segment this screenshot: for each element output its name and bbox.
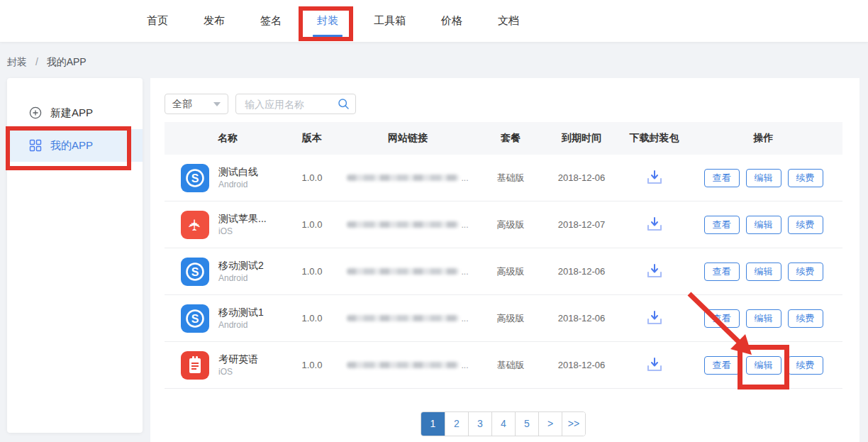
header-actions: 操作 [684,132,842,145]
renew-button[interactable]: 续费 [788,263,823,281]
link-ellipsis: ... [461,360,468,370]
app-platform: Android [218,320,264,330]
page-button-2[interactable]: 2 [445,412,468,436]
search-icon[interactable] [338,98,350,110]
nav-item-home[interactable]: 首页 [147,14,168,28]
app-name: 移动测试2 [218,260,264,272]
main-panel: 全部 名称 版本 网站链接 套餐 到期时间 下载封装包 操作 [150,78,859,442]
edit-button[interactable]: 编辑 [746,263,781,281]
nav-item-docs[interactable]: 文档 [498,14,519,28]
table-row: S ✈ 测试白线 Android 1.0.0 [165,155,842,201]
category-dropdown[interactable]: 全部 [165,94,228,114]
notepad-icon [181,351,209,380]
nav-item-publish[interactable]: 发布 [204,14,225,28]
table-row: S ✈ 移动测试1 Android 1.0.0 [165,295,842,342]
nav-item-sign[interactable]: 签名 [260,14,282,28]
app-name: 测试苹果... [218,213,267,225]
view-button[interactable]: 查看 [704,309,740,328]
expiry-date: 2018-12-06 [539,313,624,324]
edit-button[interactable]: 编辑 [746,216,781,234]
svg-text:S: S [191,172,199,184]
link-ellipsis: ... [461,220,468,230]
app-platform: Android [218,179,258,189]
app-icon: S ✈ [181,164,209,192]
last-page-button[interactable]: >> [562,412,585,436]
page-button-3[interactable]: 3 [468,412,491,436]
breadcrumb-separator: / [35,56,38,67]
download-icon[interactable] [645,216,664,233]
nav-item-toolbox[interactable]: 工具箱 [374,14,406,28]
renew-button[interactable]: 续费 [788,216,823,234]
category-dropdown-value: 全部 [172,98,192,111]
nav-item-package[interactable]: 封装 [317,14,338,28]
s-logo-icon: S [181,258,209,286]
table-header-row: 名称 版本 网站链接 套餐 到期时间 下载封装包 操作 [165,122,842,155]
app-version: 1.0.0 [291,266,333,277]
download-icon[interactable] [645,357,664,373]
expiry-date: 2018-12-06 [539,266,624,277]
website-link-redacted[interactable]: ... [347,314,468,324]
top-navbar: 首页 发布 签名 封装 工具箱 价格 文档 [0,0,868,43]
next-page-button[interactable]: > [538,412,562,436]
renew-button[interactable]: 续费 [788,356,823,375]
app-version: 1.0.0 [291,313,333,324]
breadcrumb: 封装 / 我的APP [7,56,87,69]
view-button[interactable]: 查看 [704,216,740,234]
download-icon[interactable] [645,263,664,280]
header-version: 版本 [291,132,333,145]
nav-item-price[interactable]: 价格 [441,14,462,28]
view-button[interactable]: 查看 [704,356,740,375]
app-platform: iOS [218,226,267,236]
link-ellipsis: ... [461,267,468,277]
edit-button[interactable]: 编辑 [746,356,781,375]
renew-button[interactable]: 续费 [788,309,823,328]
app-name: 考研英语 [218,353,258,365]
plan-label: 高级版 [482,312,539,325]
download-icon[interactable] [645,170,664,186]
view-button[interactable]: 查看 [704,169,740,187]
blurred-link-bar [347,315,459,321]
app-table: 名称 版本 网站链接 套餐 到期时间 下载封装包 操作 S ✈ [165,122,842,389]
sidebar-item-label: 我的APP [50,139,93,153]
table-body: S ✈ 测试白线 Android 1.0.0 [165,155,842,389]
grid-icon [29,139,42,152]
website-link-redacted[interactable]: ... [347,267,468,277]
edit-button[interactable]: 编辑 [746,169,781,187]
page-button-5[interactable]: 5 [515,412,538,436]
app-platform: iOS [218,367,258,377]
page-button-1[interactable]: 1 [421,412,445,436]
website-link-redacted[interactable]: ... [347,173,468,183]
plan-label: 基础版 [482,172,539,184]
breadcrumb-current: 我的APP [47,56,87,67]
blurred-link-bar [347,175,459,181]
sidebar-item-label: 新建APP [50,106,93,120]
plan-label: 基础版 [482,359,539,372]
sidebar-item-my-app[interactable]: 我的APP [7,129,143,162]
app-icon: S ✈ [181,304,209,333]
filter-bar: 全部 [165,94,356,114]
app-name: 移动测试1 [218,306,264,319]
blurred-link-bar [347,362,459,368]
expiry-date: 2018-12-06 [539,360,624,370]
svg-text:S: S [191,266,199,278]
search-box [235,94,356,114]
app-icon: S ✈ [181,211,209,239]
app-icon: S ✈ [181,258,209,286]
search-input[interactable] [243,98,338,111]
table-row: S ✈ 考研英语 iOS 1.0.0 [165,342,842,389]
breadcrumb-parent[interactable]: 封装 [7,56,27,67]
website-link-redacted[interactable]: ... [347,360,468,370]
table-row: S ✈ 移动测试2 Android 1.0.0 [165,248,842,295]
website-link-redacted[interactable]: ... [347,220,468,230]
download-icon[interactable] [645,310,664,326]
edit-button[interactable]: 编辑 [746,309,781,328]
header-name: 名称 [165,132,291,145]
view-button[interactable]: 查看 [704,263,740,281]
renew-button[interactable]: 续费 [788,169,823,187]
app-version: 1.0.0 [291,219,333,230]
header-plan: 套餐 [482,132,539,145]
header-download: 下载封装包 [624,132,684,145]
page-button-4[interactable]: 4 [491,412,515,436]
pagination: 12345>>> [421,411,586,436]
sidebar-item-new-app[interactable]: 新建APP [7,96,143,129]
